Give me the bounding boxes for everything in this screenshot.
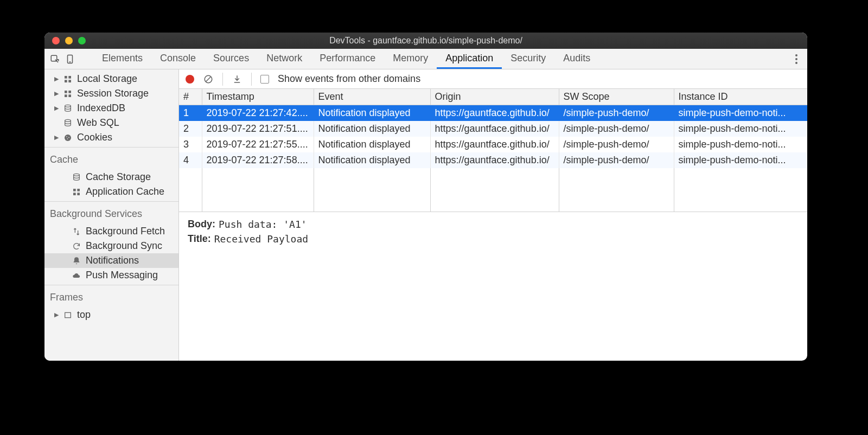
window-title: DevTools - gauntface.github.io/simple-pu… — [44, 36, 807, 46]
disclosure-triangle-icon: ▶ — [54, 90, 59, 97]
disclosure-triangle-icon: ▶ — [54, 105, 59, 112]
database-icon — [63, 104, 73, 113]
svg-rect-9 — [68, 94, 71, 97]
devtools-tabbar: ElementsConsoleSourcesNetworkPerformance… — [44, 49, 807, 69]
cell-ev: Notification displayed — [314, 105, 430, 121]
col-sw-scope[interactable]: SW Scope — [559, 89, 674, 105]
table-row[interactable]: 32019-07-22 21:27:55....Notification dis… — [179, 137, 807, 152]
tab-security[interactable]: Security — [502, 49, 554, 69]
cell-sc: /simple-push-demo/ — [559, 152, 674, 168]
tab-performance[interactable]: Performance — [311, 49, 384, 69]
grid-icon — [72, 187, 81, 197]
svg-point-16 — [74, 174, 80, 176]
col-origin[interactable]: Origin — [430, 89, 559, 105]
cookie-icon — [63, 133, 73, 143]
devtools-window: DevTools - gauntface.github.io/simple-pu… — [44, 33, 807, 361]
database-icon — [63, 118, 73, 128]
sidebar-item-application-cache[interactable]: Application Cache — [44, 184, 178, 199]
svg-rect-5 — [68, 80, 71, 82]
sidebar-item-local-storage[interactable]: ▶Local Storage — [44, 72, 178, 86]
detail-title-value: Received Payload — [214, 233, 308, 245]
close-window-button[interactable] — [52, 37, 60, 44]
kebab-menu-icon[interactable] — [795, 54, 797, 64]
tab-elements[interactable]: Elements — [93, 49, 151, 69]
panel-tabs: ElementsConsoleSourcesNetworkPerformance… — [93, 49, 599, 69]
sidebar-item-background-sync[interactable]: Background Sync — [44, 239, 178, 253]
traffic-lights — [44, 37, 86, 44]
divider — [222, 73, 223, 86]
sidebar-item-label: Push Messaging — [86, 270, 158, 281]
record-button[interactable] — [186, 75, 194, 84]
cell-sc: /simple-push-demo/ — [559, 137, 674, 152]
svg-rect-19 — [73, 193, 76, 195]
svg-point-14 — [68, 137, 69, 138]
clear-icon[interactable] — [203, 74, 214, 85]
col-timestamp[interactable]: Timestamp — [202, 89, 314, 105]
cell-id: simple-push-demo-noti... — [674, 105, 807, 121]
sidebar-item-label: Session Storage — [77, 88, 149, 99]
grid-icon — [63, 74, 73, 84]
inspect-element-icon[interactable] — [49, 53, 61, 65]
grid-icon — [63, 89, 73, 99]
table-row[interactable]: 42019-07-22 21:27:58....Notification dis… — [179, 152, 807, 168]
tab-sources[interactable]: Sources — [205, 49, 258, 69]
device-toolbar-icon[interactable] — [64, 53, 76, 65]
col--[interactable]: # — [179, 89, 202, 105]
sidebar-item-label: Cookies — [77, 132, 112, 143]
cell-ts: 2019-07-22 21:27:51.... — [202, 121, 314, 137]
sidebar-item-label: Cache Storage — [86, 171, 151, 183]
disclosure-triangle-icon: ▶ — [54, 134, 59, 141]
application-sidebar: ▶Local Storage▶Session Storage▶IndexedDB… — [44, 69, 179, 361]
disclosure-triangle-icon: ▶ — [54, 311, 59, 318]
maximize-window-button[interactable] — [78, 37, 86, 44]
cell-ev: Notification displayed — [314, 152, 430, 168]
transfer-icon — [72, 227, 81, 236]
cell-og: https://gauntface.github.io/ — [430, 152, 559, 168]
tab-application[interactable]: Application — [437, 49, 502, 69]
sidebar-item-background-fetch[interactable]: Background Fetch — [44, 224, 178, 239]
cell-sc: /simple-push-demo/ — [559, 121, 674, 137]
tab-network[interactable]: Network — [258, 49, 311, 69]
minimize-window-button[interactable] — [65, 37, 73, 44]
sidebar-item-web-sql[interactable]: Web SQL — [44, 116, 178, 130]
cell-ev: Notification displayed — [314, 121, 430, 137]
tab-console[interactable]: Console — [151, 49, 205, 69]
sidebar-item-label: Local Storage — [77, 73, 137, 85]
sidebar-heading-cache: Cache — [44, 150, 178, 170]
table-row[interactable]: 12019-07-22 21:27:42....Notification dis… — [179, 105, 807, 121]
svg-rect-8 — [65, 94, 67, 97]
sidebar-heading-bgsvc: Background Services — [44, 204, 178, 224]
show-other-domains-checkbox[interactable] — [260, 75, 269, 84]
detail-body-value: Push data: 'A1' — [219, 219, 307, 230]
svg-rect-4 — [65, 80, 67, 82]
sidebar-item-indexeddb[interactable]: ▶IndexedDB — [44, 101, 178, 116]
tab-memory[interactable]: Memory — [384, 49, 437, 69]
sidebar-item-notifications[interactable]: Notifications — [44, 253, 178, 268]
col-event[interactable]: Event — [314, 89, 430, 105]
tab-audits[interactable]: Audits — [554, 49, 599, 69]
sidebar-item-label: Background Sync — [86, 240, 162, 252]
cell-id: simple-push-demo-noti... — [674, 121, 807, 137]
sidebar-item-cache-storage[interactable]: Cache Storage — [44, 170, 178, 184]
sidebar-item-cookies[interactable]: ▶Cookies — [44, 130, 178, 145]
cell-n: 2 — [179, 121, 202, 137]
sidebar-item-push-messaging[interactable]: Push Messaging — [44, 268, 178, 283]
cell-ts: 2019-07-22 21:27:42.... — [202, 105, 314, 121]
sidebar-heading-frames: Frames — [44, 287, 178, 308]
svg-rect-18 — [77, 189, 80, 191]
cell-ts: 2019-07-22 21:27:55.... — [202, 137, 314, 152]
sidebar-item-label: Notifications — [86, 255, 139, 266]
divider — [251, 73, 252, 86]
svg-point-10 — [65, 105, 71, 107]
sidebar-item-session-storage[interactable]: ▶Session Storage — [44, 86, 178, 101]
table-row[interactable]: 22019-07-22 21:27:51....Notification dis… — [179, 121, 807, 137]
sidebar-item-label: Background Fetch — [86, 226, 165, 237]
cell-n: 4 — [179, 152, 202, 168]
sidebar-item-top[interactable]: ▶top — [44, 308, 178, 322]
cloud-icon — [72, 271, 81, 280]
svg-rect-20 — [77, 193, 80, 195]
col-instance-id[interactable]: Instance ID — [674, 89, 807, 105]
download-icon[interactable] — [232, 74, 242, 85]
titlebar: DevTools - gauntface.github.io/simple-pu… — [44, 33, 807, 49]
frame-icon — [63, 310, 73, 320]
